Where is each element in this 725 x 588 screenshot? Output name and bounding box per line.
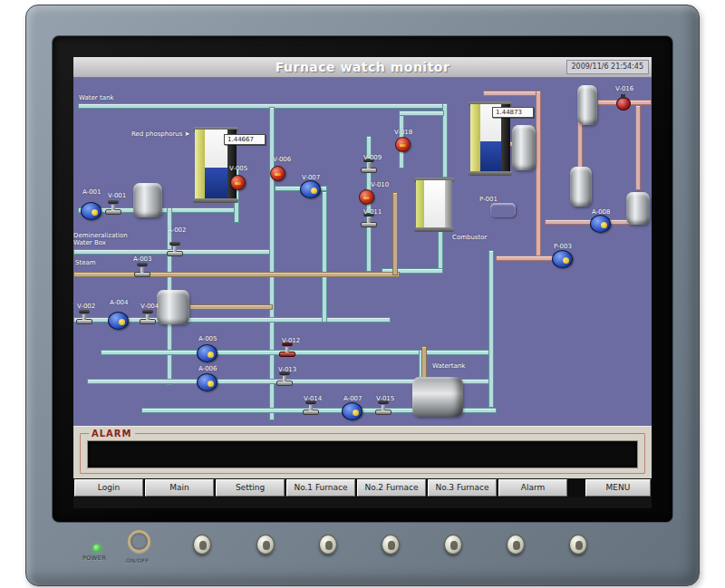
diagram-label: A-004 xyxy=(110,299,129,306)
diagram-label: V-002 xyxy=(77,303,95,310)
vessel-cap xyxy=(193,198,238,203)
diagram-label: A-006 xyxy=(198,365,218,372)
function-button-6[interactable] xyxy=(507,535,525,554)
function-key-icon xyxy=(513,541,520,550)
ball-valve-v-016 xyxy=(616,97,631,111)
pump-v-006 xyxy=(270,166,285,181)
diagram-label: V-004 xyxy=(140,303,159,310)
valve-v-013 xyxy=(276,371,293,386)
pump-v-010 xyxy=(359,189,374,205)
vessel-strip xyxy=(445,180,452,229)
valve-stem xyxy=(283,376,286,381)
diagram-label: A-002 xyxy=(168,227,187,234)
valve-stem xyxy=(146,314,150,320)
process-diagram: Water tankRed phosphorus➤A-001V-001A-002… xyxy=(73,78,652,426)
alarm-group-label: ALARM xyxy=(89,429,135,439)
diagram-label: V-007 xyxy=(302,174,320,181)
pump-v-005 xyxy=(230,175,246,190)
screen-frame: Furnace watch monitor 2009/11/6 21:54:45… xyxy=(53,36,672,522)
pipe-pink xyxy=(577,121,583,172)
pipe-cyan xyxy=(269,107,275,420)
valve-stem xyxy=(82,314,86,320)
function-button-4[interactable] xyxy=(382,535,400,554)
valve-handle xyxy=(169,242,180,246)
valve-stem xyxy=(111,205,115,210)
pipe-cyan xyxy=(399,111,444,116)
function-button-7[interactable] xyxy=(569,535,587,554)
vessel-strip xyxy=(470,104,480,173)
power-led xyxy=(93,545,101,552)
function-key-icon xyxy=(325,541,333,550)
clock-display: 2009/11/6 21:54:45 xyxy=(566,60,650,74)
diagram-label: V-018 xyxy=(394,129,412,136)
valve-stem xyxy=(140,267,144,273)
value-readout: 1.44873 xyxy=(492,107,534,118)
diagram-label: Steam xyxy=(75,259,96,266)
function-key-icon xyxy=(199,541,207,550)
diagram-label: A-003 xyxy=(133,255,152,263)
nav-button-no-2-furnace[interactable]: No.2 Furnace xyxy=(357,479,426,496)
diagram-label: V-011 xyxy=(363,208,382,216)
diagram-label: A-008 xyxy=(592,208,611,216)
pump-a-004 xyxy=(108,312,129,330)
diagram-label: A-005 xyxy=(198,335,218,342)
function-button-2[interactable] xyxy=(256,535,275,554)
nav-button-no-1-furnace[interactable]: No.1 Furnace xyxy=(286,479,355,496)
pump-p-003 xyxy=(552,250,573,268)
nav-button-setting[interactable]: Setting xyxy=(216,479,285,496)
nav-button-row: LoginMainSettingNo.1 FurnaceNo.2 Furnace… xyxy=(73,478,652,497)
vessel-pump-h xyxy=(490,203,516,217)
power-button[interactable] xyxy=(128,530,150,553)
valve-v-012 xyxy=(279,342,295,357)
valve-stem xyxy=(309,405,313,410)
pump-v-018 xyxy=(395,137,411,152)
diagram-label: V-010 xyxy=(371,181,389,188)
diagram-label: V-014 xyxy=(304,395,322,402)
vessel-strip xyxy=(195,130,205,200)
diagram-label: V-009 xyxy=(363,154,382,161)
function-key-icon xyxy=(388,541,395,550)
valve-handle xyxy=(137,263,148,266)
pump-a-008 xyxy=(590,215,611,233)
function-button-5[interactable] xyxy=(444,535,462,554)
nav-button-alarm[interactable]: Alarm xyxy=(498,479,567,496)
pipe-tan xyxy=(189,304,273,310)
valve-v-015 xyxy=(375,400,392,415)
diagram-label: Combustor xyxy=(452,234,487,241)
alarm-list xyxy=(88,441,637,468)
function-key-icon xyxy=(450,541,458,550)
diagram-label: Watertank xyxy=(432,362,465,370)
screen: Furnace watch monitor 2009/11/6 21:54:45… xyxy=(73,57,652,508)
pump-a-001 xyxy=(81,202,102,220)
vessel-strip xyxy=(424,180,445,229)
diagram-label: Demineralization Water Box xyxy=(73,232,128,246)
pipe-pink xyxy=(536,91,541,261)
diagram-label: V-005 xyxy=(229,165,247,172)
valve-handle xyxy=(108,200,119,204)
valve-v-001 xyxy=(105,200,121,215)
title-bar: Furnace watch monitor 2009/11/6 21:54:45 xyxy=(73,57,652,78)
pipe-cyan xyxy=(78,103,448,109)
valve-stem xyxy=(285,347,289,352)
diagram-label: A-007 xyxy=(343,395,362,402)
vessel-strip xyxy=(416,180,424,229)
vessel-cap xyxy=(469,171,512,176)
valve-handle xyxy=(79,310,90,313)
valve-a-003 xyxy=(134,263,150,277)
pipe-tan xyxy=(73,272,400,277)
nav-button-main[interactable]: Main xyxy=(145,479,214,496)
pipe-pink xyxy=(545,219,633,225)
function-button-3[interactable] xyxy=(319,535,337,554)
nav-button-login[interactable]: Login xyxy=(74,479,143,496)
vessel-tank xyxy=(412,377,463,417)
alarm-panel: ALARM xyxy=(73,426,652,478)
nav-button-menu[interactable]: MENU xyxy=(585,479,651,496)
valve-a-002 xyxy=(167,242,183,256)
nav-button-no-3-furnace[interactable]: No.3 Furnace xyxy=(428,479,497,496)
valve-v-002 xyxy=(76,310,92,324)
function-button-1[interactable] xyxy=(193,535,211,554)
pipe-pink xyxy=(635,105,641,190)
diagram-label: Water tank xyxy=(79,94,113,101)
vessel-cylinder xyxy=(133,183,162,217)
diagram-label: V-013 xyxy=(278,366,296,373)
